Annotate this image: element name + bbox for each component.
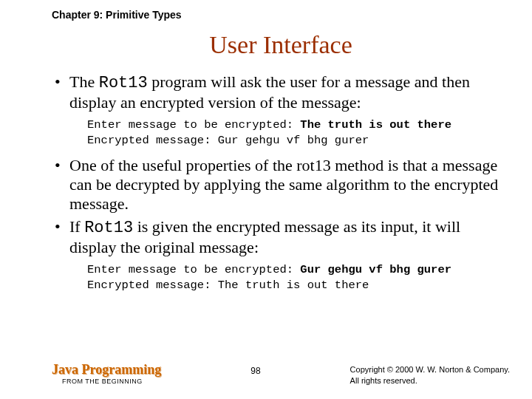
output-line: Encrypted message: Gur gehgu vf bhg gure… bbox=[87, 134, 369, 147]
inline-code: Rot13 bbox=[99, 74, 148, 92]
code-block-2: Enter message to be encrypted: Gur gehgu… bbox=[87, 262, 510, 293]
slide-title: User Interface bbox=[52, 31, 510, 59]
prompt-label: Enter message to be encrypted: bbox=[87, 118, 300, 132]
code-block-1: Enter message to be encrypted: The truth… bbox=[87, 117, 510, 149]
text: If bbox=[69, 217, 84, 236]
chapter-label: Chapter 9: Primitive Types bbox=[52, 9, 510, 21]
inline-code: Rot13 bbox=[84, 219, 133, 237]
footer: Java Programming FROM THE BEGINNING 98 C… bbox=[52, 363, 510, 386]
bullet-1: The Rot13 program will ask the user for … bbox=[52, 72, 510, 149]
bullet-list: The Rot13 program will ask the user for … bbox=[52, 72, 510, 293]
bullet-2: One of the useful properties of the rot1… bbox=[52, 156, 510, 214]
prompt-label: Enter message to be encrypted: bbox=[87, 263, 300, 276]
page-number: 98 bbox=[250, 366, 260, 376]
brand-block: Java Programming FROM THE BEGINNING bbox=[52, 363, 161, 385]
user-input: Gur gehgu vf bhg gurer bbox=[300, 263, 451, 276]
copyright: Copyright © 2000 W. W. Norton & Company.… bbox=[350, 364, 510, 386]
bullet-3: If Rot13 is given the encrypted message … bbox=[52, 217, 510, 293]
brand-title: Java Programming bbox=[52, 363, 161, 376]
slide: Chapter 9: Primitive Types User Interfac… bbox=[0, 0, 532, 399]
brand-subtitle: FROM THE BEGINNING bbox=[62, 378, 161, 385]
copyright-line-2: All rights reserved. bbox=[350, 375, 510, 386]
text: The bbox=[69, 72, 99, 91]
output-line: Encrypted message: The truth is out ther… bbox=[87, 279, 369, 292]
text: One of the useful properties of the rot1… bbox=[69, 156, 498, 214]
copyright-line-1: Copyright © 2000 W. W. Norton & Company. bbox=[350, 364, 510, 375]
user-input: The truth is out there bbox=[300, 118, 451, 132]
